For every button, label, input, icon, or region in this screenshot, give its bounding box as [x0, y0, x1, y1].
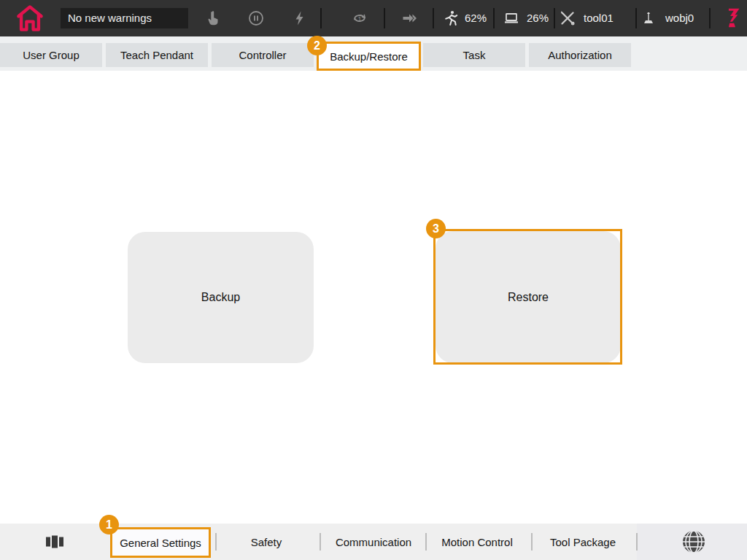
bottombar-separator: [320, 533, 321, 551]
screen: No new warnings: [0, 0, 747, 560]
backup-button[interactable]: Backup: [128, 232, 314, 363]
speed-percent-value: 62%: [465, 12, 487, 25]
tab-authorization[interactable]: Authorization: [529, 43, 631, 67]
speed-runner-icon[interactable]: [442, 9, 460, 27]
robot-arm-logo-icon[interactable]: [722, 6, 744, 31]
loop-count-label: 1: [357, 15, 361, 23]
warning-message-box[interactable]: No new warnings: [61, 8, 188, 28]
nav-general-settings[interactable]: General Settings: [110, 527, 211, 558]
nav-communication[interactable]: Communication: [336, 524, 411, 560]
topbar-separator: [635, 8, 637, 28]
bottombar-separator: [425, 533, 427, 551]
step1-badge: 1: [99, 515, 119, 534]
tool-settings-icon[interactable]: [559, 9, 576, 27]
topbar-separator: [493, 8, 495, 28]
workobject-name-value[interactable]: wobj0: [665, 12, 694, 25]
hand-guide-icon[interactable]: [204, 9, 222, 27]
step2-badge: 2: [307, 36, 327, 55]
tool-name-value[interactable]: tool01: [584, 12, 614, 25]
tab-controller[interactable]: Controller: [212, 43, 314, 67]
step3-badge: 3: [426, 219, 446, 238]
pause-icon[interactable]: [247, 9, 265, 27]
tab-task[interactable]: Task: [423, 43, 525, 67]
globe-language-icon[interactable]: [680, 528, 708, 556]
topbar-separator: [554, 8, 555, 28]
power-flash-icon[interactable]: [291, 9, 309, 27]
step-forward-icon[interactable]: [401, 9, 419, 27]
menu-bars-icon[interactable]: [45, 533, 64, 551]
bottombar-separator: [215, 533, 217, 551]
tab-teach-pendant[interactable]: Teach Pendant: [106, 43, 208, 67]
storage-percent-value: 26%: [527, 12, 549, 25]
storage-laptop-icon[interactable]: [503, 9, 520, 27]
topbar-separator: [433, 8, 434, 28]
nav-motion-control[interactable]: Motion Control: [441, 524, 513, 560]
topbar-separator: [384, 8, 385, 28]
tab-user-group[interactable]: User Group: [0, 43, 102, 67]
home-icon[interactable]: [13, 2, 47, 34]
workobject-joystick-icon[interactable]: [640, 9, 657, 27]
topbar-separator: [320, 8, 322, 28]
loop-once-icon[interactable]: 1: [351, 9, 368, 27]
topbar-separator: [709, 8, 711, 28]
top-status-bar: No new warnings: [0, 0, 747, 36]
settings-tab-strip: User Group Teach Pendant Controller Back…: [0, 36, 747, 71]
bottombar-separator: [531, 533, 533, 551]
restore-button[interactable]: Restore: [436, 231, 621, 363]
tab-backup-restore[interactable]: Backup/Restore: [317, 42, 421, 71]
nav-safety[interactable]: Safety: [251, 524, 282, 560]
bottombar-separator: [636, 533, 638, 551]
nav-tool-package[interactable]: Tool Package: [550, 524, 616, 560]
